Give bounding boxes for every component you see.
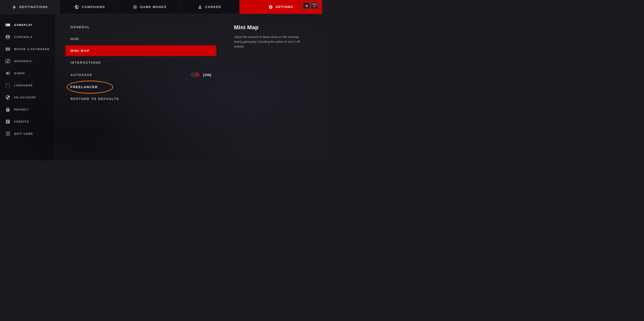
menu-label-general: GENERAL (70, 25, 90, 29)
menu-label-autosave: AUTOSAVE (70, 73, 92, 77)
graphics-icon (5, 58, 11, 64)
sidebar-item-credits[interactable]: CREDITS (0, 116, 55, 127)
sidebar-label-credits: CREDITS (14, 120, 29, 123)
nav-label-career: CAREER (205, 5, 221, 9)
back-button[interactable]: ◀ (303, 2, 310, 9)
privacy-icon (5, 107, 11, 112)
nav-item-game-modes[interactable]: GAME MODES (120, 0, 180, 14)
sidebar-label-ioi-account: IOI ACCOUNT (14, 96, 36, 99)
person-icon (197, 5, 203, 10)
center-menu: GENERAL HUD MINI MAP INTERACTIONS AUTOSA… (55, 14, 226, 160)
menu-label-mini-map: MINI MAP (70, 49, 90, 53)
menu-option-mini-map[interactable]: MINI MAP (65, 45, 216, 56)
sidebar-label-audio: AUDIO (14, 72, 25, 75)
right-panel-title: Mini Map (234, 24, 314, 31)
menu-option-hud[interactable]: HUD (65, 33, 216, 44)
menu-option-autosave[interactable]: AUTOSAVE [ON] (65, 69, 216, 81)
nav-label-options: OPTIONS (276, 5, 293, 9)
sidebar-item-gameplay[interactable]: GAMEPLAY (0, 19, 55, 31)
autosave-toggle[interactable] (191, 73, 200, 77)
menu-label-interactions: INTERACTIONS (70, 61, 101, 64)
sidebar-label-gameplay: GAMEPLAY (14, 23, 32, 26)
credits-icon (5, 119, 11, 124)
page-up-button[interactable]: PAGEUP (311, 2, 318, 9)
menu-option-restore-defaults[interactable]: RESTORE TO DEFAULTS (65, 93, 216, 104)
sidebar-label-language: LANGUAGE (14, 84, 33, 87)
sidebar-item-graphics[interactable]: GRAPHICS (0, 55, 55, 67)
nav-label-campaigns: CAMPAIGNS (82, 5, 105, 9)
sidebar-item-ioi-account[interactable]: IOI ACCOUNT (0, 92, 55, 103)
sidebar-item-privacy[interactable]: PRIVACY (0, 104, 55, 115)
nav-label-game-modes: GAME MODES (140, 5, 167, 9)
sidebar-item-language[interactable]: LANGUAGE (0, 80, 55, 91)
sidebar-label-controls: CONTROLS (14, 35, 33, 39)
sidebar: GAMEPLAY CONTROLS MOUSE & KEYBOARD GRAPH… (0, 14, 55, 160)
autosave-value: [ON] (203, 73, 211, 77)
right-panel-description: Adjust the amount of detail show on the … (234, 35, 304, 49)
toggle-knob (196, 73, 199, 77)
menu-label-hud: HUD (70, 37, 79, 41)
nav-item-career[interactable]: CAREER (180, 0, 239, 14)
controls-icon (5, 34, 11, 40)
main-content: GAMEPLAY CONTROLS MOUSE & KEYBOARD GRAPH… (0, 14, 322, 160)
nav-item-destinations[interactable]: DESTINATIONS (0, 0, 60, 14)
menu-label-restore-defaults: RESTORE TO DEFAULTS (70, 97, 119, 101)
keyboard-icon (5, 46, 11, 52)
quit-icon (5, 131, 11, 136)
sidebar-label-graphics: GRAPHICS (14, 60, 32, 63)
globe-icon (74, 5, 79, 10)
sidebar-item-mouse-keyboard[interactable]: MOUSE & KEYBOARD (0, 43, 55, 55)
audio-icon (5, 70, 11, 76)
account-icon (5, 95, 11, 100)
sidebar-label-mouse-keyboard: MOUSE & KEYBOARD (14, 48, 50, 51)
sidebar-label-privacy: PRIVACY (14, 108, 29, 111)
target-icon (133, 5, 138, 10)
top-navigation: DESTINATIONS CAMPAIGNS GAME MODES CAREER… (0, 0, 322, 14)
gear-icon (268, 5, 273, 10)
sidebar-item-quit-game[interactable]: QUIT GAME (0, 128, 55, 139)
sidebar-item-audio[interactable]: AUDIO (0, 67, 55, 79)
menu-option-freelancer[interactable]: FREELANCER (65, 82, 216, 92)
menu-option-general[interactable]: GENERAL (65, 22, 216, 32)
page-controls: ◀ PAGEUP (303, 2, 318, 9)
sidebar-label-quit-game: QUIT GAME (14, 132, 33, 135)
autosave-toggle-control: [ON] (191, 73, 211, 77)
sidebar-item-controls[interactable]: CONTROLS (0, 31, 55, 43)
plane-icon (12, 5, 17, 10)
menu-label-freelancer: FREELANCER (70, 85, 98, 89)
nav-item-campaigns[interactable]: CAMPAIGNS (60, 0, 120, 14)
right-panel: Mini Map Adjust the amount of detail sho… (226, 14, 322, 160)
gameplay-icon (5, 22, 11, 28)
menu-option-interactions[interactable]: INTERACTIONS (65, 57, 216, 68)
nav-label-destinations: DESTINATIONS (19, 5, 48, 9)
language-icon (5, 83, 11, 88)
